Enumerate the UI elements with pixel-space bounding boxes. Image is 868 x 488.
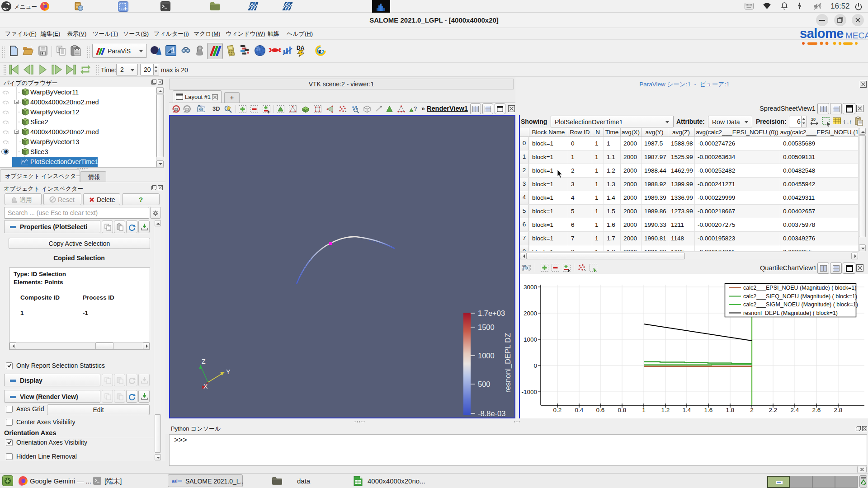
svg-text:0.2: 0.2 [553,407,562,413]
svg-text:0.8: 0.8 [618,407,627,413]
svg-text:X: X [203,383,208,390]
svg-text:2.4: 2.4 [791,407,799,413]
svg-text:10: 10 [811,117,816,122]
svg-text:2000: 2000 [524,310,537,317]
svg-text:0: 0 [533,362,537,369]
svg-text:1.7e+03: 1.7e+03 [478,309,505,317]
svg-text:1.8: 1.8 [726,407,735,413]
svg-text:e: e [318,47,321,54]
svg-text:calc2___SIGM_NOEU (Magnitude): calc2___SIGM_NOEU (Magnitude) ( block=1) [743,301,858,308]
svg-text:sal: sal [172,479,178,483]
svg-text:calc2___EPSI_NOEU (Magnitude): calc2___EPSI_NOEU (Magnitude) ( block=1) [743,285,856,291]
svg-text:resnonl_DEPL (Magnitude) ( blo: resnonl_DEPL (Magnitude) ( block=1) [743,310,838,316]
svg-text:3000: 3000 [524,284,537,291]
svg-text:Z: Z [202,358,206,365]
svg-text:2.2: 2.2 [769,407,778,413]
svg-text:0.6: 0.6 [596,407,605,413]
svg-text:2: 2 [750,407,754,413]
svg-text:500: 500 [478,380,491,388]
svg-text:{...}: {...} [844,119,851,124]
svg-text:calc2___SIEQ_NOEU (Magnitude): calc2___SIEQ_NOEU (Magnitude) ( block=1) [743,293,857,300]
svg-text:1000: 1000 [524,336,537,343]
svg-text:?: ? [414,105,417,112]
svg-text:0.4: 0.4 [575,407,584,413]
svg-text:resnonl_DEPL DZ: resnonl_DEPL DZ [504,333,512,393]
svg-text:2.8: 2.8 [834,407,843,413]
svg-text:-8.8e-03: -8.8e-03 [478,409,505,418]
svg-text:Y: Y [226,368,231,375]
svg-text:2.6: 2.6 [812,407,821,413]
svg-text:1000: 1000 [478,352,495,360]
svg-text:1.2: 1.2 [661,407,670,413]
svg-text:1: 1 [642,407,646,413]
svg-text:1.4: 1.4 [683,407,691,413]
svg-text:1500: 1500 [478,323,495,331]
svg-text:1.6: 1.6 [704,407,713,413]
svg-text:-1000: -1000 [521,389,537,395]
